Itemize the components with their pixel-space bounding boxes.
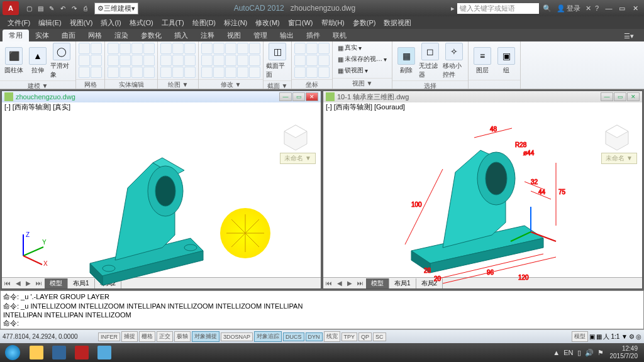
ucs-tool-icon[interactable] [306, 43, 318, 54]
status-tool-icon[interactable]: ▦ [596, 333, 602, 340]
explorer-taskbar-icon[interactable] [25, 343, 48, 362]
modify-tool-icon[interactable] [225, 43, 236, 54]
coords-readout[interactable]: 477.8104, 24.2924, 0.0000 [3, 333, 97, 340]
tray-volume-icon[interactable]: 🔊 [585, 349, 594, 357]
toggle-otrack[interactable]: 对象追踪 [254, 331, 282, 342]
draw-tool-icon[interactable] [172, 43, 184, 54]
section-plane-button[interactable]: ◫截面平面 [266, 43, 289, 79]
menu-tools[interactable]: 工具(T) [158, 18, 188, 28]
status-tool-icon[interactable]: ⚙ [629, 333, 635, 340]
ucs-tool-icon[interactable] [318, 43, 330, 54]
modify-tool-icon[interactable] [249, 67, 260, 78]
qq-taskbar-icon[interactable] [48, 343, 70, 362]
ucs-tool-icon[interactable] [306, 55, 318, 66]
tray-action-icon[interactable]: ⚑ [597, 349, 604, 357]
drawing-canvas[interactable]: 未命名 ▼ [2, 112, 321, 277]
qat-open-icon[interactable]: ▤ [35, 3, 45, 13]
signin-label[interactable]: 登录 [567, 4, 580, 13]
annotation-scale[interactable]: 人 1:1 ▼ [603, 332, 628, 341]
panel-draw-label[interactable]: 绘图 ▼ [158, 79, 198, 90]
tab-nav-first-icon[interactable]: ⏮ [2, 280, 13, 287]
tab-view[interactable]: 视图 [221, 30, 247, 41]
mesh-tool-icon[interactable] [79, 43, 90, 54]
tab-online[interactable]: 联机 [326, 30, 353, 41]
modify-tool-icon[interactable] [213, 67, 225, 78]
modify-tool-icon[interactable] [213, 43, 225, 54]
toggle-dyn[interactable]: DYN [306, 332, 323, 341]
solidedit-tool-icon[interactable] [143, 55, 155, 66]
solidedit-tool-icon[interactable] [131, 43, 143, 54]
menu-modify[interactable]: 修改(M) [252, 18, 284, 28]
model-space-button[interactable]: 模型 [572, 331, 588, 342]
solidedit-tool-icon[interactable] [131, 67, 143, 78]
cylinder-button[interactable]: ⬛圆柱体 [3, 47, 25, 75]
nofilter-button[interactable]: ◻无过滤器 [419, 43, 441, 79]
saved-view-dropdown[interactable]: ▦ 未保存的视… ▾ [335, 54, 389, 64]
panel-view-label[interactable]: 视图 ▼ [333, 78, 392, 89]
mesh-tool-icon[interactable] [91, 67, 102, 78]
doc-maximize-button[interactable]: ▭ [292, 92, 305, 101]
app-taskbar-icon[interactable] [93, 343, 116, 362]
qat-save-icon[interactable]: ✎ [47, 3, 57, 13]
ribbon-expand-icon[interactable]: ☰▾ [618, 31, 640, 41]
ucs-icon[interactable]: Z Y X [12, 229, 50, 267]
toggle-osnap[interactable]: 对象捕捉 [192, 331, 219, 342]
toggle-grid[interactable]: 栅格 [139, 331, 155, 342]
status-tool-icon[interactable]: ▣ [589, 333, 595, 340]
tab-nav-next-icon[interactable]: ▶ [23, 280, 33, 287]
draw-tool-icon[interactable] [172, 67, 184, 78]
tab-insert[interactable]: 插入 [168, 30, 194, 41]
tab-param[interactable]: 参数化 [135, 30, 168, 41]
group-button[interactable]: ▣组 [495, 47, 518, 75]
status-tool-icon[interactable]: ◎ [636, 333, 641, 340]
view-cube[interactable] [602, 123, 632, 153]
autocad-taskbar-icon[interactable] [70, 343, 93, 362]
viewport-label[interactable]: [-] [西南等轴测] [真实] [2, 102, 321, 112]
tab-surface[interactable]: 曲面 [55, 30, 82, 41]
menu-draw[interactable]: 绘图(D) [189, 18, 219, 28]
draw-tool-icon[interactable] [160, 55, 172, 66]
modify-tool-icon[interactable] [237, 55, 248, 66]
app-logo[interactable]: A [3, 1, 19, 15]
start-button[interactable] [0, 343, 25, 362]
qat-print-icon[interactable]: ⎙ [80, 3, 91, 13]
menu-edit[interactable]: 编辑(E) [35, 18, 65, 28]
modify-tool-icon[interactable] [201, 55, 213, 66]
doc-maximize-button[interactable]: ▭ [614, 92, 626, 101]
tray-expand-icon[interactable]: ▲ [553, 349, 560, 356]
solidedit-tool-icon[interactable] [119, 43, 131, 54]
view-tag[interactable]: 未命名 ▼ [280, 153, 316, 164]
view-tag[interactable]: 未命名 ▼ [601, 153, 637, 164]
gizmo-button[interactable]: ✧移动小控件 [443, 43, 465, 79]
qat-new-icon[interactable]: ▢ [24, 3, 34, 13]
toggle-sc[interactable]: SC [373, 332, 386, 341]
cmd-prompt[interactable]: 命令: [3, 319, 641, 328]
modify-tool-icon[interactable] [225, 67, 236, 78]
tab-nav-prev-icon[interactable]: ◀ [335, 280, 345, 287]
draw-tool-icon[interactable] [160, 67, 172, 78]
help-icon[interactable]: ▸ [451, 4, 455, 13]
tab-annotate[interactable]: 注释 [194, 30, 221, 41]
exchange-icon[interactable]: ✕ [586, 4, 591, 13]
modify-tool-icon[interactable] [237, 67, 248, 78]
view-cube[interactable] [280, 123, 311, 153]
draw-tool-icon[interactable] [184, 67, 196, 78]
extrude-button[interactable]: ▲拉伸 [26, 47, 49, 75]
help2-icon[interactable]: ? [595, 4, 599, 12]
toggle-snap[interactable]: 捕捉 [121, 331, 138, 342]
ucs-tool-icon[interactable] [294, 67, 306, 78]
toggle-ortho[interactable]: 正交 [157, 331, 173, 342]
tray-clock[interactable]: 12:49 2015/7/20 [608, 345, 641, 360]
tab-nav-next-icon[interactable]: ▶ [345, 280, 355, 287]
tab-render[interactable]: 渲染 [108, 30, 135, 41]
solidedit-tool-icon[interactable] [108, 55, 119, 66]
maximize-button[interactable]: ▭ [616, 3, 628, 13]
draw-tool-icon[interactable] [160, 43, 172, 54]
search-icon[interactable]: 🔍 [543, 4, 552, 13]
solidedit-tool-icon[interactable] [108, 67, 119, 78]
help-search-input[interactable]: 键入关键字或短语 [457, 3, 539, 14]
modify-tool-icon[interactable] [225, 55, 236, 66]
command-window[interactable]: 命令: _u '.-LAYER GROUP LAYER 命令: _u INTEL… [0, 290, 644, 329]
minimize-button[interactable]: — [602, 3, 615, 13]
ucs-tool-icon[interactable] [294, 55, 306, 66]
